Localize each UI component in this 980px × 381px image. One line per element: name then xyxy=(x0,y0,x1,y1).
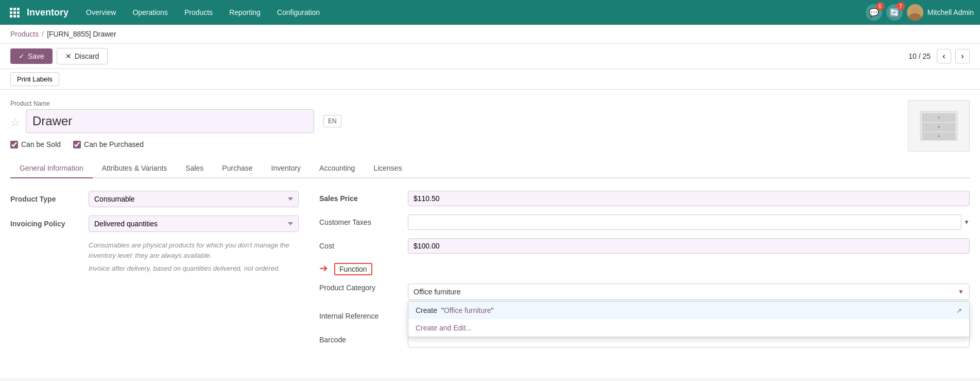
cost-label: Cost xyxy=(319,242,402,250)
svg-point-0 xyxy=(912,7,919,14)
invoicing-policy-select[interactable]: Delivered quantities xyxy=(89,216,299,232)
user-avatar[interactable] xyxy=(907,4,923,21)
product-category-label: Product Category xyxy=(319,284,402,292)
discard-button[interactable]: ✕ Discard xyxy=(57,48,108,64)
tab-purchase[interactable]: Purchase xyxy=(213,159,262,178)
product-category-dropdown: Create "Office furniture" ↗ Create and E… xyxy=(408,301,970,337)
barcode-label: Barcode xyxy=(319,336,402,344)
apps-menu-button[interactable] xyxy=(6,4,23,21)
topnav-right-actions: 💬 6 🔄 7 Mitchell Admin xyxy=(866,4,974,21)
customer-taxes-input[interactable] xyxy=(408,214,961,230)
form-content-row: Product Type Consumable Invoicing Policy… xyxy=(10,191,970,356)
internal-reference-label: Internal Reference xyxy=(319,312,402,320)
product-flags-row: Can be Sold Can be Purchased xyxy=(10,140,898,148)
product-name-section: Product Name ☆ EN Can be Sold Can be Pur… xyxy=(10,100,898,159)
form-hints: Consumables are physical products for wh… xyxy=(89,240,299,274)
product-image-section xyxy=(908,100,970,152)
can-be-purchased-checkbox[interactable]: Can be Purchased xyxy=(73,140,144,148)
favorite-star-icon[interactable]: ☆ xyxy=(10,116,21,129)
sales-price-label: Sales Price xyxy=(319,194,402,203)
product-category-value: Office furniture ▼ Create "Office furnit… xyxy=(408,284,970,300)
cost-field: Cost xyxy=(319,238,970,254)
product-tabs: General Information Attributes & Variant… xyxy=(10,159,970,178)
tab-accounting[interactable]: Accounting xyxy=(310,159,364,178)
breadcrumb-current: [FURN_8855] Drawer xyxy=(47,30,116,38)
nav-item-reporting[interactable]: Reporting xyxy=(222,5,268,20)
external-link-icon[interactable]: ↗ xyxy=(956,307,962,314)
chat-badge: 6 xyxy=(876,2,884,10)
product-category-chevron-icon: ▼ xyxy=(958,288,964,295)
customer-taxes-label: Customer Taxes xyxy=(319,218,402,226)
sales-price-field: Sales Price xyxy=(319,191,970,206)
form-left-column: Product Type Consumable Invoicing Policy… xyxy=(10,191,299,356)
print-labels-button[interactable]: Print Labels xyxy=(10,72,59,86)
product-type-value: Consumable xyxy=(89,191,299,207)
product-type-label: Product Type xyxy=(10,195,82,203)
hint-text-1: Consumables are physical products for wh… xyxy=(89,240,299,260)
function-field: ➜ Function xyxy=(319,262,970,275)
breadcrumb-separator: / xyxy=(42,30,44,38)
x-icon: ✕ xyxy=(65,52,72,60)
form-right-column: Sales Price Customer Taxes ▼ Cost xyxy=(319,191,970,356)
app-name: Inventory xyxy=(27,7,68,18)
nav-item-configuration[interactable]: Configuration xyxy=(270,5,327,20)
product-name-input[interactable] xyxy=(26,109,314,133)
product-type-field: Product Type Consumable xyxy=(10,191,299,207)
main-content: Product Name ☆ EN Can be Sold Can be Pur… xyxy=(0,90,980,378)
invoicing-policy-value: Delivered quantities xyxy=(89,216,299,232)
chat-button[interactable]: 💬 6 xyxy=(866,4,882,21)
product-type-select[interactable]: Consumable xyxy=(89,191,299,207)
dropdown-create-label: Create "Office furniture" xyxy=(416,306,493,314)
svg-point-7 xyxy=(938,126,939,128)
top-navigation: Inventory Overview Operations Products R… xyxy=(0,0,980,25)
svg-point-8 xyxy=(938,135,939,137)
activity-badge: 7 xyxy=(897,2,905,10)
nav-item-overview[interactable]: Overview xyxy=(79,5,123,20)
pagination-next-button[interactable]: › xyxy=(955,49,970,63)
tab-general-information[interactable]: General Information xyxy=(10,159,93,178)
breadcrumb: Products / [FURN_8855] Drawer xyxy=(0,25,980,44)
tab-licenses[interactable]: Licenses xyxy=(364,159,411,178)
cost-value xyxy=(408,238,970,254)
invoicing-policy-label: Invoicing Policy xyxy=(10,220,82,228)
print-labels-bar: Print Labels xyxy=(0,69,980,90)
save-button[interactable]: ✓ Save xyxy=(10,48,53,64)
hint-text-2: Invoice after delivery, based on quantit… xyxy=(89,263,299,274)
arrow-right-icon: ➜ xyxy=(319,262,328,274)
invoicing-policy-field: Invoicing Policy Delivered quantities xyxy=(10,216,299,232)
product-category-select[interactable]: Office furniture ▼ xyxy=(408,284,970,300)
language-badge[interactable]: EN xyxy=(323,115,341,127)
dropdown-create-edit-option[interactable]: Create and Edit... xyxy=(408,319,969,337)
pagination-prev-button[interactable]: ‹ xyxy=(937,49,951,63)
breadcrumb-parent-link[interactable]: Products xyxy=(10,30,39,38)
nav-item-operations[interactable]: Operations xyxy=(125,5,175,20)
svg-point-1 xyxy=(909,13,921,21)
activity-button[interactable]: 🔄 7 xyxy=(886,4,903,21)
tab-attributes-variants[interactable]: Attributes & Variants xyxy=(93,159,177,178)
can-be-sold-checkbox[interactable]: Can be Sold xyxy=(10,140,61,148)
checkmark-icon: ✓ xyxy=(19,52,25,60)
product-name-label: Product Name xyxy=(10,100,898,107)
nav-item-products[interactable]: Products xyxy=(177,5,220,20)
user-name-label[interactable]: Mitchell Admin xyxy=(927,8,974,16)
pagination-info: 10 / 25 xyxy=(908,52,931,60)
customer-taxes-value: ▼ xyxy=(408,214,970,230)
product-image[interactable] xyxy=(908,100,970,152)
cost-input[interactable] xyxy=(408,238,970,254)
function-label: ➜ Function xyxy=(319,262,402,275)
action-bar: ✓ Save ✕ Discard 10 / 25 ‹ › xyxy=(0,44,980,69)
dropdown-create-option[interactable]: Create "Office furniture" ↗ xyxy=(408,302,969,319)
customer-taxes-field: Customer Taxes ▼ xyxy=(319,214,970,230)
product-category-field: Product Category Office furniture ▼ Crea… xyxy=(319,284,970,300)
customer-taxes-chevron-icon: ▼ xyxy=(964,219,970,226)
sales-price-value xyxy=(408,191,970,206)
tab-sales[interactable]: Sales xyxy=(176,159,213,178)
sales-price-input[interactable] xyxy=(408,191,970,206)
product-header-row: Product Name ☆ EN Can be Sold Can be Pur… xyxy=(10,100,970,159)
svg-point-6 xyxy=(938,117,939,118)
tab-inventory[interactable]: Inventory xyxy=(262,159,311,178)
function-label-text: Function xyxy=(334,263,372,275)
